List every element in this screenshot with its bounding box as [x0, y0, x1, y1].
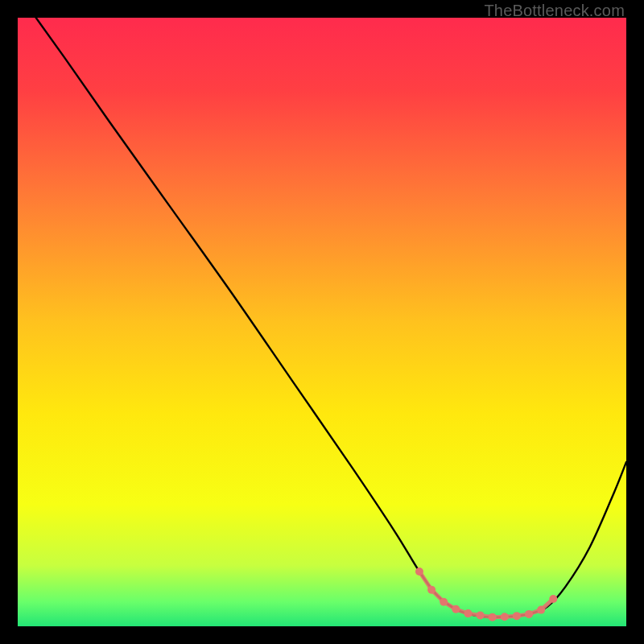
- chart-container: TheBottleneck.com: [0, 0, 644, 644]
- optimal-range-point: [464, 609, 472, 617]
- curve-layer: [18, 18, 626, 626]
- optimal-range-point: [501, 613, 509, 621]
- optimal-range-point: [415, 568, 423, 576]
- optimal-range-point: [549, 595, 557, 603]
- plot-area: [18, 18, 626, 626]
- optimal-range-point: [525, 610, 533, 618]
- optimal-range-point: [537, 606, 545, 614]
- optimal-range-point: [427, 586, 436, 594]
- watermark-label: TheBottleneck.com: [484, 2, 625, 20]
- optimal-range-line: [419, 572, 553, 617]
- optimal-range-point: [489, 613, 497, 621]
- optimal-range-point: [440, 598, 448, 606]
- optimal-range-point: [452, 605, 460, 613]
- optimal-range-point: [513, 612, 521, 620]
- optimal-range-markers: [415, 568, 557, 621]
- bottleneck-curve: [36, 18, 626, 617]
- optimal-range-point: [477, 611, 485, 619]
